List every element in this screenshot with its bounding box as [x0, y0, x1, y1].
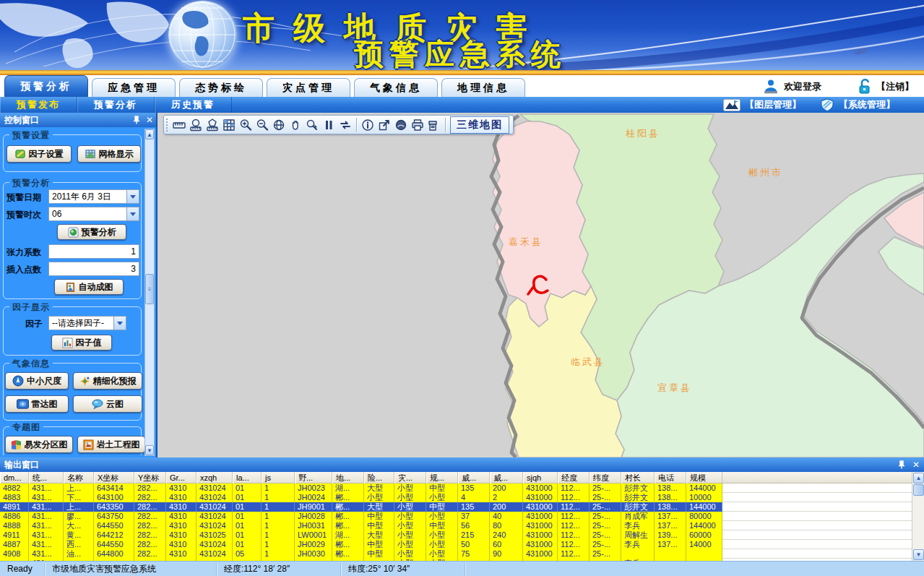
zoom-out-icon[interactable] [254, 117, 270, 133]
column-header[interactable]: 野... [295, 472, 332, 483]
column-header[interactable]: sjqh [523, 472, 558, 483]
scrollbar-thumb[interactable]: ≡ [145, 274, 154, 304]
map-3d-button[interactable]: 三维地图 [450, 116, 509, 134]
main-tab-2[interactable]: 应急管理 [92, 78, 176, 97]
close-icon[interactable]: ✕ [146, 114, 153, 126]
pin-icon[interactable] [897, 460, 907, 470]
factor-dropdown[interactable]: --请选择因子- [48, 316, 126, 330]
sub-tab-2[interactable]: 预警分析 [77, 97, 155, 113]
system-manage-button[interactable]: 【系统管理】 [820, 98, 895, 113]
table-row[interactable]: 4882431...上...643414282...4310431024011J… [0, 483, 912, 493]
column-header[interactable]: 地... [332, 472, 364, 483]
layer-manage-button[interactable]: 【图层管理】 [723, 98, 801, 111]
analyze-button[interactable]: 预警分析 [57, 224, 126, 240]
sub-tab-3[interactable]: 历史预警 [155, 97, 232, 113]
bar-chart-icon [62, 338, 73, 348]
measure-distance-icon[interactable] [171, 117, 187, 133]
susceptibility-map-button[interactable]: 易发分区图 [5, 436, 73, 453]
scrollbar-thumb[interactable] [913, 484, 924, 496]
pin-icon[interactable] [131, 115, 142, 125]
toolbar-drag-handle-icon[interactable] [165, 118, 169, 132]
login-status[interactable]: 欢迎登录 [762, 79, 821, 95]
overview-icon[interactable] [393, 117, 409, 133]
column-header[interactable]: 村长 [621, 472, 655, 483]
measure-polygon-icon[interactable] [204, 117, 220, 133]
table-row[interactable]: 4883431...下...643100282...4310431024011J… [0, 493, 912, 502]
main-tab-4[interactable]: 灾点管理 [267, 78, 350, 97]
column-header[interactable]: xzqh [197, 472, 233, 483]
column-header[interactable]: dm... [0, 472, 29, 483]
column-header[interactable]: 经度 [558, 472, 590, 483]
refresh-icon[interactable] [337, 117, 353, 133]
table-row[interactable]: 4911431...黄...644212282...4310431025011L… [0, 530, 912, 540]
column-header[interactable]: 威... [490, 472, 523, 483]
print-preview-icon[interactable] [426, 117, 442, 133]
pan-icon[interactable] [288, 117, 303, 133]
date-dropdown[interactable]: 2011年 6月 3日 [48, 189, 139, 204]
geotech-map-button[interactable]: 岩土工程图 [77, 436, 145, 453]
scroll-up-icon[interactable]: ▲ [145, 129, 154, 139]
close-icon[interactable]: ✕ [912, 459, 920, 470]
scroll-down-icon[interactable]: ▼ [913, 549, 924, 560]
table-cell: 431025 [197, 530, 233, 540]
column-header[interactable]: 纬度 [590, 472, 621, 483]
table-cell: 小型 [426, 493, 458, 502]
map-viewport[interactable]: 桂阳县郴州市嘉禾县临武县宜章县 三维地图 [157, 113, 924, 457]
table-scrollbar[interactable]: ▲ ▼ [912, 472, 924, 561]
pause-icon[interactable] [321, 117, 337, 133]
scroll-up-icon[interactable]: ▲ [913, 473, 924, 483]
panel-scrollbar[interactable]: ▲ ≡ ▼ [144, 129, 155, 456]
table-row[interactable]: 4888431...大...644550282...4310431024011J… [0, 521, 912, 530]
column-header[interactable]: 统... [29, 472, 64, 483]
column-header[interactable]: js [262, 472, 295, 483]
info-icon[interactable] [360, 117, 376, 133]
column-header[interactable]: 灾... [394, 472, 426, 483]
meso-scale-button[interactable]: 中小尺度 [5, 372, 69, 390]
measure-circle-icon[interactable] [188, 117, 204, 133]
main-tab-3[interactable]: 态势标绘 [179, 78, 263, 97]
map-canvas[interactable] [157, 113, 924, 457]
insert-points-input[interactable]: 3 [48, 262, 139, 276]
main-tab-6[interactable]: 地理信息 [441, 78, 525, 97]
logout-button[interactable]: 【注销】 [858, 79, 914, 95]
sub-tab-1[interactable]: 预警发布 [0, 97, 77, 113]
scroll-down-icon[interactable]: ▼ [145, 445, 154, 455]
radar-button[interactable]: 雷达图 [5, 395, 69, 413]
export-icon[interactable] [376, 117, 392, 133]
auto-map-button[interactable]: 自动成图 [54, 279, 124, 295]
factor-setting-button[interactable]: 因子设置 [7, 145, 72, 163]
table-cell: 01 [233, 493, 262, 502]
time-dropdown[interactable]: 06 [48, 207, 139, 221]
column-header[interactable]: 规模 [686, 472, 722, 483]
factor-value-button[interactable]: 因子值 [51, 335, 112, 351]
column-header[interactable]: 规... [426, 472, 458, 483]
tension-input[interactable]: 1 [48, 244, 139, 259]
table-cell: 431000 [523, 493, 558, 502]
main-tab-1[interactable]: 预警分析 [4, 75, 88, 97]
table-row[interactable]: 4908431...油...644800282...4310431024051J… [0, 549, 912, 559]
cloud-button[interactable]: 云图 [73, 395, 142, 413]
print-icon[interactable] [410, 117, 426, 133]
column-header[interactable]: 名称 [64, 472, 94, 483]
column-header[interactable]: Y坐标 [134, 472, 166, 483]
full-extent-icon[interactable] [271, 117, 287, 133]
column-header[interactable]: 电话 [655, 472, 686, 483]
column-header[interactable]: 威... [458, 472, 490, 483]
refined-forecast-button[interactable]: 精细化预报 [73, 372, 142, 390]
grid-display-button[interactable]: 网格显示 [77, 145, 141, 163]
zoom-in-icon[interactable] [238, 117, 254, 133]
zoom-select-icon[interactable] [304, 117, 320, 133]
table-row[interactable]: 4891431...上...643350282...4310431024011J… [0, 502, 912, 512]
group-title: 预警设置 [9, 129, 53, 142]
column-header[interactable]: X坐标 [94, 472, 134, 483]
table-row[interactable]: 4887431...西...644550282...4310431024011J… [0, 540, 912, 549]
grid-icon[interactable] [221, 117, 237, 133]
table-cell: 431024 [197, 512, 233, 521]
button-label: 岩土工程图 [97, 439, 140, 451]
column-header[interactable]: la... [233, 472, 262, 483]
map-label-chenzhou: 郴州市 [748, 166, 783, 179]
table-row[interactable]: 4886431...廖...643750282...4310431024011J… [0, 512, 912, 521]
column-header[interactable]: Gr... [166, 472, 197, 483]
main-tab-5[interactable]: 气象信息 [354, 78, 438, 97]
column-header[interactable]: 险... [364, 472, 394, 483]
